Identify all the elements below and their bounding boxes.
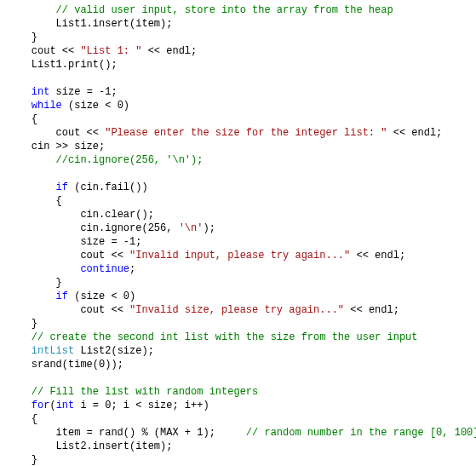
code-line: cout << "Please enter the size for the i… xyxy=(7,126,476,140)
code-token-default: } xyxy=(56,277,62,289)
code-token-sp xyxy=(7,59,32,71)
code-token-keyword: if xyxy=(56,291,68,302)
code-token-keyword: continue xyxy=(80,263,129,275)
code-line: cout << "Invalid input, please try again… xyxy=(7,249,476,262)
code-token-sp xyxy=(7,400,32,411)
code-token-sp xyxy=(7,154,56,166)
code-line: cin >> size; xyxy=(7,140,476,153)
code-token-sp xyxy=(7,181,56,193)
code-token-default: (size < 0) xyxy=(68,291,135,302)
code-line: for(int i = 0; i < size; i++) xyxy=(7,399,476,412)
code-token-string: "Invalid input, please try again..." xyxy=(129,250,350,262)
code-token-default: } xyxy=(32,454,37,466)
code-line: List2.insert(item); xyxy=(7,440,476,453)
code-token-sp xyxy=(7,331,32,343)
code-token-default: ; xyxy=(129,263,135,275)
code-token-keyword: while xyxy=(32,100,62,112)
code-line: { xyxy=(7,112,476,126)
code-token-sp xyxy=(7,113,32,125)
code-token-sp xyxy=(7,18,56,30)
code-token-comment: // valid user input, store into the arra… xyxy=(56,4,393,16)
code-token-default: } xyxy=(32,32,37,43)
code-line: cin.clear(); xyxy=(7,208,476,221)
code-line: cout << "Invalid size, please try again.… xyxy=(7,303,476,317)
code-token-sp xyxy=(7,100,32,112)
code-token-sp xyxy=(7,277,56,289)
code-line: size = -1; xyxy=(7,235,476,249)
code-token-sp xyxy=(7,222,80,234)
code-token-sp xyxy=(7,345,32,357)
code-line: while (size < 0) xyxy=(7,99,476,112)
code-token-sp xyxy=(7,413,32,425)
code-token-default: << endl; xyxy=(344,304,399,316)
code-block: // valid user input, store into the arra… xyxy=(0,0,476,466)
code-line: } xyxy=(7,276,476,290)
code-token-default: (size < 0) xyxy=(62,100,129,112)
code-token-sp xyxy=(7,386,32,398)
code-token-sp xyxy=(7,440,56,452)
code-token-default: cin >> size; xyxy=(32,141,105,152)
code-token-default: cout << xyxy=(80,304,129,316)
code-line: item = rand() % (MAX + 1); // random num… xyxy=(7,426,476,440)
code-token-default: { xyxy=(32,113,37,125)
code-token-default: ); xyxy=(203,222,215,234)
code-line: List1.insert(item); xyxy=(7,17,476,31)
code-token-sp xyxy=(7,4,56,16)
code-token-sp xyxy=(7,195,56,207)
code-line: cout << "List 1: " << endl; xyxy=(7,44,476,58)
code-token-default: List1.insert(item); xyxy=(56,18,173,30)
code-line: cin.ignore(256, '\n'); xyxy=(7,221,476,235)
code-token-default: cout << xyxy=(56,127,106,139)
code-token-string: '\n' xyxy=(179,222,204,234)
code-line: { xyxy=(7,194,476,208)
code-token-keyword: int xyxy=(56,400,75,411)
code-token-default: i = 0; i < size; i++) xyxy=(74,400,209,411)
code-token-default: List2.insert(item); xyxy=(56,440,173,452)
code-token-type: intList xyxy=(32,345,74,357)
code-token-sp xyxy=(7,263,80,275)
code-token-default: cout << xyxy=(32,45,81,57)
code-token-default: << endl; xyxy=(141,45,197,57)
code-token-default: << endl; xyxy=(387,127,442,139)
code-token-sp xyxy=(7,32,32,43)
code-token-keyword: if xyxy=(56,181,68,193)
code-line: int size = -1; xyxy=(7,85,476,99)
code-token-sp xyxy=(7,250,80,262)
code-token-comment: // Fill the list with random integers xyxy=(32,386,258,398)
code-token-string: "List 1: " xyxy=(80,45,141,57)
code-line: continue; xyxy=(7,262,476,276)
code-token-sp xyxy=(7,318,32,330)
code-token-keyword: for xyxy=(32,400,50,411)
code-token-default: cout << xyxy=(80,250,129,262)
code-line: if (cin.fail()) xyxy=(7,181,476,194)
code-token-comment: //cin.ignore(256, '\n'); xyxy=(56,154,204,166)
code-token-default: ( xyxy=(49,400,55,411)
code-line: // valid user input, store into the arra… xyxy=(7,3,476,17)
code-line: intList List2(size); xyxy=(7,344,476,358)
code-token-sp xyxy=(7,45,32,57)
code-token-sp xyxy=(7,236,80,248)
code-token-sp xyxy=(7,359,32,371)
code-token-default: srand(time(0)); xyxy=(32,359,123,371)
code-token-string: "Please enter the size for the integer l… xyxy=(105,127,387,139)
code-line: // create the second int list with the s… xyxy=(7,331,476,344)
code-token-default: { xyxy=(32,413,37,425)
code-token-comment: // create the second int list with the s… xyxy=(32,331,418,343)
code-token-sp xyxy=(7,86,32,98)
code-token-sp xyxy=(7,291,56,302)
code-line xyxy=(7,167,476,181)
code-token-default: (cin.fail()) xyxy=(68,181,148,193)
code-token-default: size = -1; xyxy=(80,236,141,248)
code-line: if (size < 0) xyxy=(7,290,476,303)
code-line xyxy=(7,371,476,385)
code-token-default: << endl; xyxy=(350,250,405,262)
code-line: { xyxy=(7,412,476,426)
code-line: // Fill the list with random integers xyxy=(7,385,476,399)
code-token-default: } xyxy=(32,318,37,330)
code-token-sp xyxy=(7,141,32,152)
code-token-sp xyxy=(7,454,32,466)
code-token-default: List2(size); xyxy=(74,345,154,357)
code-line: } xyxy=(7,453,476,466)
code-line: List1.print(); xyxy=(7,58,476,72)
code-line: srand(time(0)); xyxy=(7,358,476,371)
